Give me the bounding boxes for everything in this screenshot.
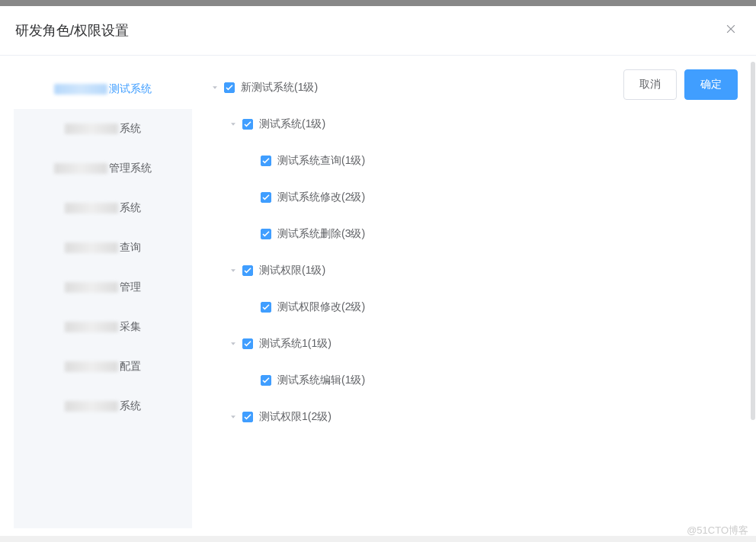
sidebar-item[interactable]: 查询 bbox=[14, 228, 192, 268]
sidebar: 测试系统系统管理系统系统查询管理采集配置系统 bbox=[14, 69, 192, 528]
redacted-text bbox=[65, 322, 118, 332]
tree-node-label[interactable]: 新测试系统(1级) bbox=[241, 81, 318, 95]
sidebar-item-label: 系统 bbox=[120, 399, 141, 413]
caret-icon[interactable] bbox=[224, 267, 242, 274]
sidebar-item[interactable]: 管理系统 bbox=[14, 149, 192, 188]
sidebar-item-label: 采集 bbox=[120, 320, 141, 334]
redacted-text bbox=[54, 84, 107, 95]
tree-node-label[interactable]: 测试权限(1级) bbox=[259, 264, 325, 277]
tree-node: 测试权限(1级) bbox=[206, 252, 741, 289]
tree-node: 测试系统删除(3级) bbox=[206, 216, 741, 252]
checkbox[interactable] bbox=[224, 82, 235, 93]
redacted-text bbox=[65, 242, 118, 253]
checkbox[interactable] bbox=[261, 302, 271, 313]
redacted-text bbox=[65, 123, 118, 134]
sidebar-item[interactable]: 系统 bbox=[14, 188, 192, 228]
sidebar-item-label: 管理 bbox=[120, 281, 141, 294]
close-icon[interactable] bbox=[721, 22, 741, 39]
redacted-text bbox=[54, 163, 107, 174]
sidebar-item[interactable]: 采集 bbox=[14, 307, 192, 347]
checkbox[interactable] bbox=[261, 156, 271, 166]
confirm-button[interactable]: 确定 bbox=[684, 69, 738, 100]
tree-node-label[interactable]: 测试系统(1级) bbox=[259, 117, 325, 131]
tree-node: 测试系统编辑(1级) bbox=[206, 362, 741, 399]
dialog-title: 研发角色/权限设置 bbox=[15, 21, 129, 40]
tree-node: 测试系统查询(1级) bbox=[206, 143, 741, 179]
action-buttons: 取消 确定 bbox=[623, 69, 738, 100]
checkbox[interactable] bbox=[261, 375, 271, 386]
caret-icon[interactable] bbox=[224, 340, 242, 348]
checkbox[interactable] bbox=[242, 265, 253, 276]
checkbox[interactable] bbox=[261, 192, 271, 203]
sidebar-item[interactable]: 系统 bbox=[14, 386, 192, 426]
tree-root: 新测试系统(1级)测试系统(1级)测试系统查询(1级)测试系统修改(2级)测试系… bbox=[206, 69, 741, 435]
tree-node-label[interactable]: 测试系统1(1级) bbox=[259, 337, 332, 351]
sidebar-item-label: 系统 bbox=[120, 201, 141, 215]
cancel-button[interactable]: 取消 bbox=[623, 69, 677, 100]
scrollbar-thumb[interactable] bbox=[751, 62, 755, 420]
checkbox[interactable] bbox=[242, 338, 253, 349]
sidebar-item-label: 配置 bbox=[120, 360, 141, 374]
sidebar-item[interactable]: 管理 bbox=[14, 268, 192, 307]
sidebar-item[interactable]: 配置 bbox=[14, 347, 192, 386]
tree-node: 测试系统修改(2级) bbox=[206, 179, 741, 216]
sidebar-item-label: 查询 bbox=[120, 241, 141, 255]
redacted-text bbox=[65, 203, 118, 213]
tree-node-label[interactable]: 测试系统修改(2级) bbox=[277, 191, 365, 204]
tree-node: 测试权限修改(2级) bbox=[206, 289, 741, 326]
tree-node-label[interactable]: 测试权限1(2级) bbox=[259, 410, 332, 424]
redacted-text bbox=[65, 401, 118, 412]
caret-icon[interactable] bbox=[224, 120, 242, 128]
tree-node: 测试系统1(1级) bbox=[206, 326, 741, 362]
caret-icon[interactable] bbox=[206, 84, 224, 91]
tree-node-label[interactable]: 测试系统编辑(1级) bbox=[277, 374, 365, 387]
scrollbar-track[interactable] bbox=[751, 62, 755, 530]
redacted-text bbox=[65, 282, 118, 293]
dialog-body: 测试系统系统管理系统系统查询管理采集配置系统 新测试系统(1级)测试系统(1级)… bbox=[0, 56, 756, 536]
sidebar-item-label: 系统 bbox=[120, 122, 141, 136]
dialog-header: 研发角色/权限设置 bbox=[0, 6, 756, 56]
checkbox[interactable] bbox=[242, 412, 253, 422]
tree-node: 测试系统(1级) bbox=[206, 106, 741, 143]
tree-node-label[interactable]: 测试系统删除(3级) bbox=[277, 227, 365, 241]
tree-node-label[interactable]: 测试系统查询(1级) bbox=[277, 154, 365, 168]
sidebar-item[interactable]: 测试系统 bbox=[14, 69, 192, 109]
tree-node-label[interactable]: 测试权限修改(2级) bbox=[277, 300, 365, 314]
checkbox[interactable] bbox=[261, 229, 271, 239]
dialog: 研发角色/权限设置 测试系统系统管理系统系统查询管理采集配置系统 新测试系统(1… bbox=[0, 0, 756, 536]
sidebar-item[interactable]: 系统 bbox=[14, 109, 192, 149]
sidebar-item-label: 管理系统 bbox=[109, 162, 152, 175]
sidebar-item-label: 测试系统 bbox=[109, 82, 152, 96]
tree-area: 新测试系统(1级)测试系统(1级)测试系统查询(1级)测试系统修改(2级)测试系… bbox=[192, 69, 748, 528]
caret-icon[interactable] bbox=[224, 413, 242, 421]
tree-node: 测试权限1(2级) bbox=[206, 399, 741, 435]
checkbox[interactable] bbox=[242, 119, 253, 130]
redacted-text bbox=[65, 361, 118, 372]
